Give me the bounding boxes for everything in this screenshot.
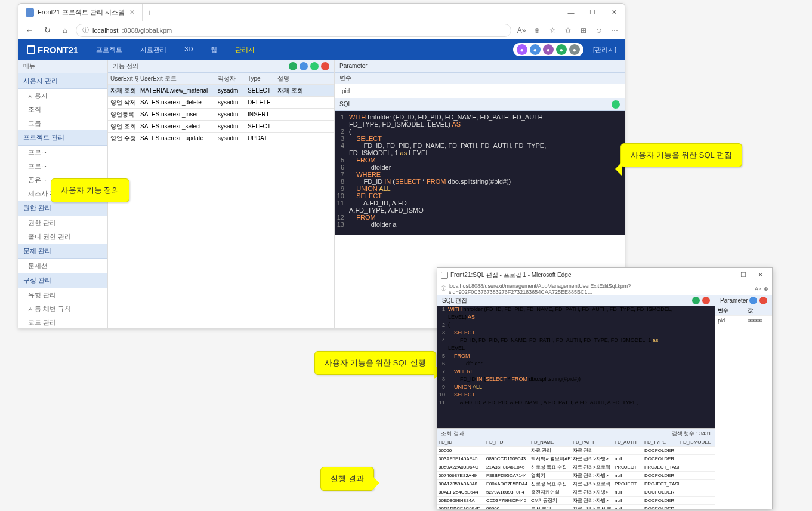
sql-line[interactable]: FD_ISMODEL, 1 as LEVEL <box>335 149 625 156</box>
menu-icon[interactable]: ⋯ <box>608 24 621 37</box>
sidebar-item[interactable]: 문제선 <box>18 259 107 273</box>
close-tab-icon[interactable]: ✕ <box>129 8 135 16</box>
results-grid[interactable]: FD_IDFD_PIDFD_NAMEFD_PATHFD_AUTHFD_TYPEF… <box>437 438 715 509</box>
res-col[interactable]: FD_ISMODEL <box>679 439 715 445</box>
popup-zoom-icon[interactable]: ⊕ <box>764 286 768 292</box>
res-row[interactable]: 0059A22A00D64C21A36F8046E846·신로성 목표 수집자료… <box>437 463 715 472</box>
nav-자료관리[interactable]: 자료관리 <box>140 45 166 54</box>
sidebar-item[interactable]: 유형 관리 <box>18 288 107 302</box>
sql-line[interactable]: 3 SELECT <box>437 330 715 337</box>
popup-param-grid[interactable]: 변수값pid00000 <box>715 306 772 325</box>
sql-line[interactable]: 6 dfolder <box>335 164 625 171</box>
sql-line[interactable]: 11 A.FD_ID, A.FD <box>335 199 625 207</box>
sql-line[interactable]: 10 SELECT <box>335 192 625 199</box>
sql-line[interactable]: LEVEL <box>437 345 715 353</box>
sql-line[interactable]: A.FD_TYPE, A.FD_ISMO <box>335 207 625 214</box>
sql-line[interactable]: 1WITH hhfolder (FD_ID, FD_PID, FD_NAME, … <box>335 113 625 121</box>
browser-tab[interactable]: Front21 프로젝트 관리 시스템 ✕ <box>18 4 143 21</box>
download-icon[interactable]: ● <box>556 44 567 55</box>
minimize-button[interactable]: — <box>560 4 582 21</box>
sql-line[interactable]: 13 dfolder a <box>335 221 625 228</box>
sql-line[interactable]: 7 WHERE <box>335 171 625 178</box>
stop-icon[interactable] <box>702 297 710 304</box>
popup-read-icon[interactable]: A» <box>755 286 761 292</box>
sidebar-item[interactable]: 프로··· <box>18 159 107 173</box>
new-tab-button[interactable]: + <box>143 8 157 17</box>
sql-line[interactable]: 4 FD_ID, FD_PID, FD_NAME, FD_PATH, FD_AU… <box>437 337 715 345</box>
filter-icon[interactable] <box>749 297 757 304</box>
res-row[interactable]: 00B0809E4884ACC53F7998CF445CM기동장치자료 관리>자… <box>437 497 715 505</box>
table-row[interactable]: 영업 삭제SALES.userexit_deletesysadmDELETE <box>108 97 334 109</box>
share-icon[interactable]: ● <box>543 44 554 55</box>
sql-line[interactable]: 1WITH hhfolder (FD_ID, FD_PID, FD_NAME, … <box>437 306 715 314</box>
sidebar-item[interactable]: 코드 관리 <box>18 316 107 328</box>
res-row[interactable]: 00000자료 관리자료 관리DOCFOLDER <box>437 447 715 455</box>
sql-line[interactable]: 9 UNION ALL <box>437 384 715 392</box>
sql-line[interactable]: 8 FD_ID IN (SELECT * FROM dbo.splitstrin… <box>335 178 625 185</box>
table-row[interactable]: 영업 조회SALES.userexit_selectsysadmSELECT <box>108 121 334 133</box>
sql-line[interactable]: 12 FROM <box>335 214 625 221</box>
res-row[interactable]: 00AEF254C5E6445279A16093F0F4축전지케어설자료 관리>… <box>437 488 715 497</box>
nav-프로젝트[interactable]: 프로젝트 <box>96 45 122 54</box>
profile-icon[interactable]: ☺ <box>592 24 606 37</box>
sql-editor[interactable]: 1WITH hhfolder (FD_ID, FD_PID, FD_NAME, … <box>335 111 625 235</box>
add-icon[interactable] <box>300 62 308 70</box>
bell-icon[interactable]: ● <box>569 44 580 55</box>
res-col[interactable]: FD_AUTH <box>613 439 643 445</box>
sql-line[interactable]: 10 SELECT <box>437 392 715 399</box>
sync-icon[interactable] <box>289 62 297 70</box>
sql-line[interactable]: 3 SELECT <box>335 135 625 142</box>
sidebar-item[interactable]: 자동 채번 규칙 <box>18 302 107 316</box>
delete-icon[interactable] <box>321 62 329 70</box>
par-row[interactable]: pid00000 <box>715 316 772 325</box>
sidebar-group[interactable]: 프로젝트 관리 <box>18 130 107 146</box>
url-input[interactable]: ⓘ localhost:8088/global.kpm <box>76 24 511 37</box>
param-clear-icon[interactable] <box>759 297 767 304</box>
sql-line[interactable]: 6 dfolder <box>437 361 715 368</box>
refresh-button[interactable]: ↻ <box>40 23 54 38</box>
chat-icon[interactable]: ● <box>517 44 527 55</box>
admin-label[interactable]: [관리자] <box>593 45 616 54</box>
sidebar-group[interactable]: 문제 관리 <box>18 244 107 259</box>
sidebar-item[interactable]: 그룹 <box>18 116 107 130</box>
col-header[interactable]: Type <box>245 75 275 82</box>
read-aloud-icon[interactable]: A» <box>515 24 528 37</box>
res-row[interactable]: 00A17359A3A848F004ADC7F5BD44신로성 목표 수집자료 … <box>437 480 715 488</box>
table-row[interactable]: 영업등록SALES.userexit_insertsysadmINSERT <box>108 109 334 121</box>
col-header[interactable]: UserExit 코드 <box>138 75 215 83</box>
sidebar-item[interactable]: 조직 <box>18 103 107 116</box>
favorites-add-icon[interactable]: ✩ <box>561 24 575 37</box>
sidebar-group[interactable]: 권한 관리 <box>18 201 107 216</box>
sidebar-item[interactable]: 권한 관리 <box>18 216 107 230</box>
nav-3D[interactable]: 3D <box>184 45 193 54</box>
col-header[interactable]: 작성자 <box>215 75 245 83</box>
sidebar-group[interactable]: 구성 관리 <box>18 273 107 288</box>
run-icon[interactable] <box>692 297 700 304</box>
sql-line[interactable]: LEVEL) AS <box>437 314 715 322</box>
col-header[interactable]: UserExit 명 <box>108 75 138 83</box>
func-def-grid[interactable]: UserExit 명UserExit 코드작성자Type설명자재 조회MATER… <box>108 73 334 144</box>
res-col[interactable]: FD_PATH <box>572 439 613 445</box>
popup-maximize[interactable]: ☐ <box>735 269 752 282</box>
table-row[interactable]: 영업 수정SALES.userexit_updatesysadmUPDATE <box>108 133 334 144</box>
app-logo[interactable]: FRONT21 <box>27 45 78 55</box>
table-row[interactable]: 자재 조회MATERIAL.view_materialsysadmSELECT자… <box>108 85 334 97</box>
collections-icon[interactable]: ⊞ <box>577 24 590 37</box>
nav-웹[interactable]: 웹 <box>211 45 217 54</box>
res-row[interactable]: 00D1DBCF4C894F00000류서 롤대자료 관리>류서 롤nullDO… <box>437 505 715 509</box>
back-button[interactable]: ← <box>22 23 36 38</box>
refresh-icon[interactable] <box>310 62 319 70</box>
sidebar-item[interactable]: 폴더 권한 관리 <box>18 230 107 244</box>
col-header[interactable]: 설명 <box>275 75 334 83</box>
sql-line[interactable]: 9 UNION ALL <box>335 185 625 192</box>
sql-line[interactable]: 11 A.FD_ID, A.FD_PID, A.FD_NAME, A.FD_PA… <box>437 399 715 407</box>
res-col[interactable]: FD_ID <box>437 439 485 445</box>
sql-line[interactable]: 5 FROM <box>335 156 625 164</box>
res-row[interactable]: 003AF5F145AF45·0895CCD1509043백서백서별브비AE1자… <box>437 455 715 463</box>
sql-line[interactable]: 2( <box>335 128 625 135</box>
sql-line[interactable]: 5 FROM <box>437 353 715 361</box>
res-row[interactable]: 00740687E82A49F88BFD95DA7144열확기자료 관리>자빙>… <box>437 472 715 480</box>
home-button[interactable]: ⌂ <box>58 23 72 38</box>
popup-minimize[interactable]: — <box>718 269 735 282</box>
close-button[interactable]: ✕ <box>603 4 625 21</box>
